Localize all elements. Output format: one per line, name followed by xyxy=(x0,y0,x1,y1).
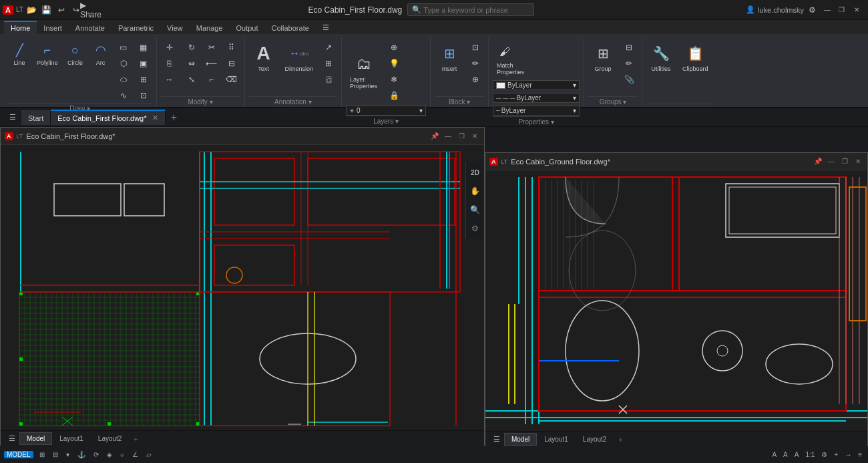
color-dropdown[interactable]: ByLayer ▾ xyxy=(493,80,580,90)
extend-button[interactable]: ⟵ xyxy=(203,56,220,71)
circle-button[interactable]: ○ Circle xyxy=(64,40,87,68)
otrack-btn[interactable]: ◈ xyxy=(105,451,114,458)
ucs-btn[interactable]: ▱ xyxy=(144,451,154,458)
isolate-btn[interactable]: → xyxy=(843,451,853,458)
tab-home[interactable]: Home xyxy=(4,21,37,34)
tab-collaborate[interactable]: Collaborate xyxy=(265,21,316,34)
linetype-dropdown[interactable]: — — — ByLayer ▾ xyxy=(493,93,580,103)
layer-off-button[interactable]: 💡 xyxy=(385,56,403,71)
tab-parametric[interactable]: Parametric xyxy=(112,21,160,34)
tab-manage[interactable]: Manage xyxy=(190,21,230,34)
rect-button[interactable]: ▭ xyxy=(115,40,132,55)
text-size-btn[interactable]: A xyxy=(781,451,790,458)
hamburger-menu[interactable]: ☰ xyxy=(4,109,21,126)
first-floor-maximize[interactable]: ❐ xyxy=(456,131,467,142)
match-properties-button[interactable]: 🖌 MatchProperties xyxy=(493,41,528,78)
search-box[interactable]: 🔍 xyxy=(407,3,534,16)
undo-icon[interactable]: ↩ xyxy=(55,4,67,16)
tab-extra[interactable]: ☰ xyxy=(316,20,336,34)
layout-menu[interactable]: ☰ xyxy=(5,430,19,448)
add-tab-button[interactable]: + xyxy=(166,109,183,126)
ground-close[interactable]: ✕ xyxy=(853,156,863,167)
layer-make-button[interactable]: ⊕ xyxy=(385,40,403,55)
search-input[interactable] xyxy=(423,6,517,14)
spline-button[interactable]: ∿ xyxy=(115,88,132,103)
pan-btn[interactable]: ✋ xyxy=(468,184,483,198)
scale-button[interactable]: ⤡ xyxy=(183,72,200,87)
open-icon[interactable]: 📂 xyxy=(26,4,38,16)
model-tab[interactable]: Model xyxy=(19,432,52,445)
anno-visibility-btn[interactable]: A xyxy=(793,451,801,458)
tab-view[interactable]: View xyxy=(160,21,190,34)
layer-lock-button[interactable]: 🔒 xyxy=(385,88,403,103)
workspace-btn[interactable]: ⚙ xyxy=(819,451,829,458)
first-floor-tab-close[interactable]: ✕ xyxy=(152,114,158,122)
minimize-button[interactable]: — xyxy=(821,4,833,16)
lineweight-btn[interactable]: ⟐ xyxy=(118,451,126,458)
close-button[interactable]: ✕ xyxy=(851,4,863,16)
tolerance-button[interactable]: ⌼ xyxy=(320,72,337,87)
tab-insert[interactable]: Insert xyxy=(37,21,69,34)
orbit-btn[interactable]: ⚙ xyxy=(468,221,483,236)
first-floor-tab[interactable]: Eco Cabin_First Floor.dwg* ✕ xyxy=(51,110,165,125)
stretch-button[interactable]: ↔ xyxy=(161,72,180,87)
ungroup-button[interactable]: ⊟ xyxy=(620,40,638,55)
customize-btn[interactable]: ≡ xyxy=(856,451,864,458)
ground-layout-add-btn[interactable]: + xyxy=(614,436,627,444)
ground-model-tab[interactable]: Model xyxy=(504,433,537,446)
ground-layout2-tab[interactable]: Layout2 xyxy=(576,433,614,446)
ground-minimize[interactable]: — xyxy=(826,156,837,167)
create-block-button[interactable]: ⊡ xyxy=(467,40,484,55)
leader-button[interactable]: ↗ xyxy=(320,40,337,55)
trim-button[interactable]: ✂ xyxy=(203,40,220,55)
status-dropdown[interactable]: ▾ xyxy=(64,451,71,458)
first-floor-close[interactable]: ✕ xyxy=(469,131,480,142)
insert-button[interactable]: ⊞ Insert xyxy=(435,40,464,75)
first-floor-minimize[interactable]: — xyxy=(443,131,453,142)
grid-snap-btn[interactable]: ⊟ xyxy=(51,451,60,458)
pin-icon[interactable]: 📌 xyxy=(429,131,440,142)
tab-annotate[interactable]: Annotate xyxy=(69,21,112,34)
text-button[interactable]: A Text xyxy=(249,40,278,75)
toolbar-lock-btn[interactable]: + xyxy=(832,451,840,458)
object-snap-btn[interactable]: ⟳ xyxy=(91,451,101,458)
group-button[interactable]: ⊞ Group xyxy=(588,40,618,75)
layout-add-btn[interactable]: + xyxy=(129,435,142,443)
gradient-button[interactable]: ▣ xyxy=(135,56,152,71)
layout2-tab[interactable]: Layout2 xyxy=(91,432,130,445)
dimension-button[interactable]: ↔dim Dimension xyxy=(281,40,318,75)
annotation-scale-btn[interactable]: A xyxy=(770,451,779,458)
share-icon[interactable]: ▶ Share xyxy=(85,4,97,16)
layer-properties-button[interactable]: 🗂 LayerProperties xyxy=(346,51,381,92)
ground-pin-icon[interactable]: 📌 xyxy=(813,156,823,167)
polygon-button[interactable]: ⬡ xyxy=(115,56,132,71)
polyline-button[interactable]: ⌐ Polyline xyxy=(33,40,61,68)
table-button[interactable]: ⊞ xyxy=(320,56,337,71)
fillet-button[interactable]: ⌐ xyxy=(203,72,220,87)
tab-output[interactable]: Output xyxy=(230,21,265,34)
layout1-tab[interactable]: Layout1 xyxy=(52,432,91,445)
zoom-btn[interactable]: 🔍 xyxy=(468,202,483,217)
polar-tracking-btn[interactable]: ⚓ xyxy=(75,451,87,458)
start-tab[interactable]: Start xyxy=(21,110,51,125)
layer-selector[interactable]: ☀ 0 ▾ xyxy=(346,106,426,116)
angle-btn[interactable]: ∠ xyxy=(130,451,140,458)
2d-view-btn[interactable]: 2D xyxy=(468,165,483,180)
ground-layout-menu[interactable]: ☰ xyxy=(489,431,504,448)
line-button[interactable]: ╱ Line xyxy=(8,40,31,68)
copy-button[interactable]: ⎘ xyxy=(161,56,180,71)
move-button[interactable]: ✛ xyxy=(161,40,180,55)
grid-display-btn[interactable]: ⊞ xyxy=(37,451,47,458)
rotate-button[interactable]: ↻ xyxy=(183,40,200,55)
clipboard-button[interactable]: 📋 Clipboard xyxy=(678,40,712,75)
ground-layout1-tab[interactable]: Layout1 xyxy=(537,433,576,446)
ground-maximize[interactable]: ❐ xyxy=(839,156,850,167)
group-edit-button[interactable]: ✏ xyxy=(620,56,638,71)
settings-icon[interactable]: ⚙ xyxy=(807,4,819,16)
offset-button[interactable]: ⊟ xyxy=(223,56,240,71)
ellipse-button[interactable]: ⬭ xyxy=(115,72,132,87)
scale-ratio[interactable]: 1:1 xyxy=(803,451,817,458)
edit-block-button[interactable]: ✏ xyxy=(467,56,484,71)
hatch-button[interactable]: ▦ xyxy=(135,40,152,55)
maximize-button[interactable]: ❐ xyxy=(836,4,848,16)
